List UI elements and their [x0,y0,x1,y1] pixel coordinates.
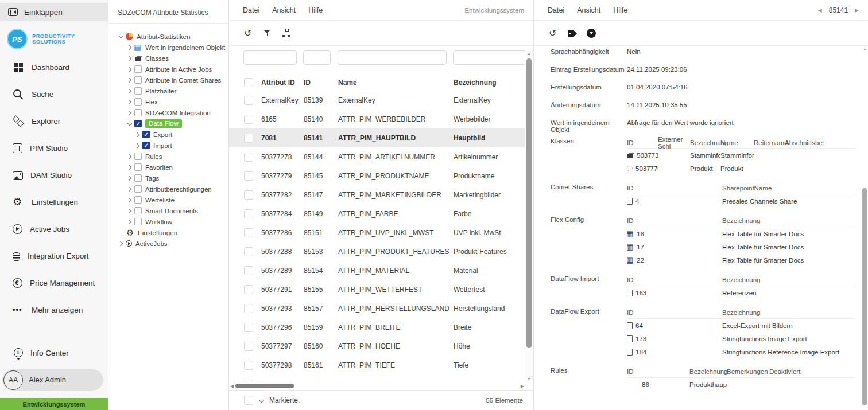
table-row[interactable]: 22 Flex Table für Smarter Docs [627,253,855,267]
table-row[interactable]: 86 Produkthauptbild ni [627,378,855,391]
cube-icon[interactable] [134,54,142,62]
tree-item[interactable]: Rules [108,151,228,162]
tree-item[interactable]: Platzhalter [108,85,228,96]
table-row[interactable]: 50377284 85149 ATTR_PIM_FARBE Farbe [229,204,525,223]
scroll-left-icon[interactable]: ◀ [230,384,234,389]
table-row[interactable]: 163 Referenzen [627,286,855,299]
refresh-icon[interactable] [244,29,253,38]
row-checkbox[interactable] [244,153,253,162]
tree-item[interactable]: Einstellungen [108,227,228,238]
column-header[interactable]: Attribut ID [261,79,304,87]
sidebar-nav-item[interactable]: Active Jobs [0,216,108,243]
tree-item[interactable]: Export [108,129,228,140]
expander-icon[interactable] [117,240,125,247]
tree-item[interactable]: Attribute in Comet-Shares [108,75,228,85]
checkbox-icon[interactable] [134,109,142,116]
row-checkbox[interactable] [244,304,253,313]
expander-icon[interactable] [126,185,133,193]
row-checkbox[interactable] [244,285,253,294]
column-header[interactable]: Bezeichnung [454,79,525,87]
expander-icon[interactable] [126,120,133,127]
tree-item[interactable]: Attribut-Statistiken [108,31,228,42]
marked-checkbox[interactable] [244,396,253,405]
tree-item[interactable]: Werteliste [108,194,228,205]
expander-icon[interactable] [126,196,133,204]
row-checkbox[interactable] [244,171,253,181]
table-row[interactable]: 16 Flex Table für Smarter Docs [627,227,855,240]
chevron-down-icon[interactable] [258,397,264,403]
expander-icon[interactable] [126,163,133,171]
table-row[interactable]: 184 Stringfunctions Reference Image Expo… [627,345,855,358]
scroll-right-icon[interactable]: ▶ [521,384,524,389]
detail-scrollbar-thumb[interactable] [862,188,867,405]
checkbox-icon[interactable] [134,163,142,171]
collapse-all-icon[interactable] [587,29,596,38]
table-row[interactable]: 6165 85140 ATTR_PIM_WERBEBILDER Werbebil… [229,110,525,128]
expander-icon[interactable] [126,207,133,214]
vertical-scrollbar[interactable]: ▲ ▼ [525,50,533,382]
checkbox-icon[interactable] [134,76,142,84]
sidebar-nav-item[interactable]: Mehr anzeigen [0,296,108,323]
expander-icon[interactable] [126,65,133,73]
column-filter-input[interactable] [303,50,331,65]
table-row[interactable]: ExternalKey 85139 ExternalKey ExternalKe… [229,91,525,110]
table-row[interactable]: 50377298 85161 ATTR_PIM_TIEFE Tiefe [229,356,525,374]
checkbox-icon[interactable] [134,196,142,204]
menu-item[interactable]: Ansicht [272,6,296,14]
table-row[interactable]: 50377279 85145 ATTR_PIM_PRODUKTNAME Prod… [229,166,525,185]
tree-item[interactable]: SDZeCOM Integration [108,107,228,118]
expander-icon[interactable] [126,76,133,84]
filter-icon[interactable] [263,29,272,38]
row-checkbox[interactable] [244,323,253,332]
menu-item[interactable]: Hilfe [308,6,323,14]
checkbox-icon[interactable] [134,98,142,106]
row-checkbox[interactable] [244,247,253,256]
previous-record-icon[interactable]: ◀ [818,7,822,13]
scroll-up-icon[interactable]: ▲ [525,52,533,56]
column-filter-input[interactable] [338,50,447,65]
table-row[interactable]: 64 Excel-Export mit Bildern [627,319,855,332]
expander-icon[interactable] [126,174,133,182]
column-header[interactable]: ID [304,79,338,87]
table-row[interactable]: 50377297 85160 ATTR_PIM_HOEHE Höhe [229,337,525,356]
checkbox-checked-icon[interactable] [134,120,142,127]
tree-item[interactable]: Smart Documents [108,205,228,216]
tree-item[interactable]: Wert in irgendeinem Objekt [108,42,228,53]
user-menu[interactable]: AA Alex Admin [2,369,103,391]
expander-icon[interactable] [126,44,133,51]
play-circle-icon[interactable] [126,240,132,247]
table-row[interactable]: 7081 85141 ATTR_PIM_HAUPTBILD Hauptbild [229,128,525,147]
tree-item[interactable]: Attributberechtigungen [108,183,228,194]
row-checkbox[interactable] [244,96,253,105]
tag-icon[interactable] [568,30,577,37]
checkbox-icon[interactable] [134,87,142,95]
checkbox-icon[interactable] [134,65,142,73]
row-checkbox[interactable] [244,134,253,143]
checkbox-checked-icon[interactable] [142,142,150,149]
column-filter-input[interactable] [453,50,526,65]
menu-item[interactable]: Ansicht [577,6,600,14]
table-row[interactable]: 50377296 85159 ATTR_PIM_BREITE Breite [229,318,525,337]
expander-icon[interactable] [126,54,133,62]
tree-item[interactable]: Classes [108,53,228,64]
table-row[interactable]: 50377282 85147 ATTR_PIM_MARKETINGBILDER … [229,185,525,204]
row-checkbox[interactable] [244,228,253,237]
table-row[interactable]: 50377309 Stamminform Stamminform [627,149,855,162]
menu-item[interactable]: Datei [243,6,259,14]
row-checkbox[interactable] [244,190,253,200]
scroll-up-icon[interactable]: ▲ [861,47,868,51]
tree-item[interactable]: Workflow [108,216,228,227]
vertical-scrollbar-thumb[interactable] [526,58,532,348]
column-header[interactable]: Name [338,79,454,87]
sidebar-nav-item[interactable]: DAM Studio [0,162,108,189]
next-record-icon[interactable]: ▶ [855,7,859,13]
horizontal-scrollbar[interactable]: ◀ ▶ [229,382,525,390]
row-checkbox[interactable] [244,209,253,218]
horizontal-scrollbar-thumb[interactable] [235,384,294,388]
row-checkbox[interactable] [244,361,253,370]
sidebar-nav-item[interactable]: Explorer [0,108,108,135]
row-checkbox[interactable] [244,115,253,124]
table-row[interactable]: 50377286 85151 ATTR_PIM_UVP_INKL_MWST UV… [229,223,525,242]
gear-icon[interactable] [127,229,134,236]
tree-item[interactable]: Import [108,140,228,151]
